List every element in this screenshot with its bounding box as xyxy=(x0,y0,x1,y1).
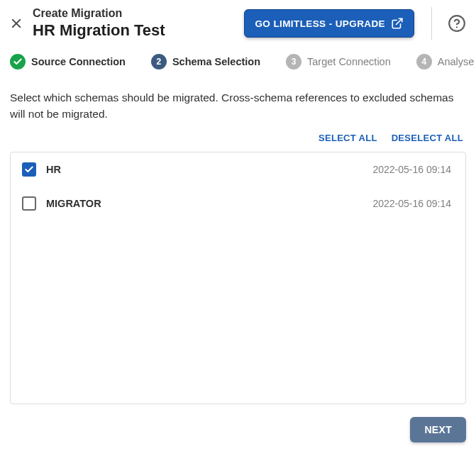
step-label: Source Connection xyxy=(31,56,126,67)
step-label: Target Connection xyxy=(307,56,391,67)
step-source-connection[interactable]: Source Connection xyxy=(10,54,126,69)
schema-name: HR xyxy=(46,164,362,175)
schema-updated: 2022-05-16 09:14 xyxy=(372,198,451,209)
external-link-icon xyxy=(391,17,404,30)
step-number: 4 xyxy=(416,54,432,69)
upgrade-button[interactable]: GO LIMITLESS - UPGRADE xyxy=(244,9,414,38)
close-icon xyxy=(10,17,23,30)
check-icon xyxy=(13,57,23,67)
schema-row-migrator[interactable]: MIGRATOR 2022-05-16 09:14 xyxy=(11,186,465,221)
schema-checkbox[interactable] xyxy=(22,162,36,177)
schema-list: HR 2022-05-16 09:14 MIGRATOR 2022-05-16 … xyxy=(10,152,466,404)
step-label: Analyse xyxy=(438,56,475,67)
schema-row-hr[interactable]: HR 2022-05-16 09:14 xyxy=(11,152,465,186)
description-text: Select which schemas should be migrated.… xyxy=(0,74,476,130)
step-schema-selection[interactable]: 2 Schema Selection xyxy=(151,54,260,69)
schema-updated: 2022-05-16 09:14 xyxy=(372,164,451,175)
close-button[interactable] xyxy=(10,17,23,30)
step-status-icon xyxy=(10,54,26,69)
schema-checkbox[interactable] xyxy=(22,196,36,211)
next-button[interactable]: NEXT xyxy=(410,417,466,442)
step-number: 2 xyxy=(151,54,167,69)
help-button[interactable] xyxy=(448,14,466,33)
deselect-all-button[interactable]: DESELECT ALL xyxy=(392,133,463,143)
upgrade-button-label: GO LIMITLESS - UPGRADE xyxy=(255,18,385,29)
stepper: Source Connection 2 Schema Selection 3 T… xyxy=(0,47,476,74)
step-target-connection[interactable]: 3 Target Connection xyxy=(286,54,391,69)
header-subtitle: Create Migration xyxy=(33,7,234,20)
check-icon xyxy=(24,165,34,174)
help-icon xyxy=(448,14,466,33)
header-separator xyxy=(431,7,432,40)
step-label: Schema Selection xyxy=(172,56,260,67)
step-number: 3 xyxy=(286,54,301,69)
select-all-button[interactable]: SELECT ALL xyxy=(319,133,377,143)
schema-name: MIGRATOR xyxy=(46,198,362,209)
svg-line-2 xyxy=(397,18,402,24)
header-title: HR Migration Test xyxy=(33,21,234,40)
step-analyse[interactable]: 4 Analyse xyxy=(416,54,475,69)
